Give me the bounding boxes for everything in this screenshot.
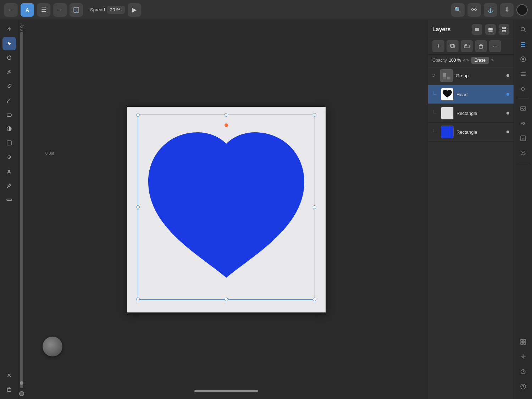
text-tool[interactable]: A: [2, 165, 16, 178]
layer-rect-white-dot: [506, 112, 509, 115]
svg-rect-32: [502, 27, 504, 29]
layers-list-button[interactable]: [485, 24, 496, 35]
svg-point-47: [521, 27, 525, 31]
align-panel-button[interactable]: [516, 67, 530, 81]
delete-layer-button[interactable]: [475, 40, 487, 52]
svg-text:A: A: [522, 137, 524, 140]
layer-rect-blue[interactable]: Rectangle: [428, 123, 514, 142]
search-panel-button[interactable]: [516, 23, 530, 36]
floating-brush-circle[interactable]: [43, 337, 62, 356]
layer-rect-blue-name: Rectangle: [456, 129, 504, 135]
layer-rect-white[interactable]: Rectangle: [428, 104, 514, 123]
svg-rect-45: [443, 77, 446, 79]
shape-tool[interactable]: [2, 136, 16, 150]
layers-grid-button[interactable]: [499, 24, 509, 35]
spread-input[interactable]: [107, 6, 125, 14]
pencil-tool[interactable]: [2, 79, 16, 93]
svg-rect-13: [7, 141, 11, 145]
layer-group-thumb: [440, 69, 453, 82]
pen-tool[interactable]: [2, 65, 16, 79]
vector-tool[interactable]: [2, 51, 16, 65]
opacity-arrows: < >: [463, 58, 469, 63]
svg-point-53: [522, 58, 524, 60]
layers-panel-button[interactable]: [516, 38, 530, 51]
settings-panel-button[interactable]: [516, 146, 530, 160]
more-button[interactable]: ⋯: [53, 3, 67, 17]
select-tool[interactable]: [2, 37, 16, 50]
panel-toolbar: + ⋯: [428, 38, 514, 55]
left-toolbar: A ✕: [0, 20, 18, 399]
panel-title: Layers: [432, 26, 469, 33]
svg-rect-43: [443, 73, 446, 77]
fr-separator1: [518, 99, 528, 99]
play-button[interactable]: ▶: [128, 3, 141, 17]
layers-expand-button[interactable]: [472, 24, 482, 35]
erase-button[interactable]: Erase: [471, 57, 489, 64]
bottom-right-icons: ?: [516, 335, 530, 396]
back-button[interactable]: ←: [4, 3, 18, 17]
select-tool-button[interactable]: [70, 3, 83, 17]
layer-heart-dot: [506, 93, 509, 96]
eraser-tool[interactable]: [2, 108, 16, 121]
stroke-circle[interactable]: [19, 391, 24, 396]
canvas-area[interactable]: 0.0pt: [25, 20, 428, 399]
import-top-button[interactable]: ⇩: [500, 3, 514, 17]
opacity-value[interactable]: 100 %: [449, 58, 461, 63]
svg-point-5: [7, 56, 11, 60]
ruler-tool[interactable]: [2, 193, 16, 206]
svg-rect-49: [521, 42, 525, 43]
color-swatch[interactable]: [516, 4, 528, 16]
app-logo: A: [21, 3, 34, 17]
add-layer-button[interactable]: +: [432, 40, 444, 52]
brush-tool[interactable]: [2, 94, 16, 107]
opacity-row: Opacity 100 % < > Erase >: [428, 55, 514, 66]
layers-panel: Layers + ⋯ Opacity: [428, 20, 514, 399]
layer-group[interactable]: ✓ Group: [428, 66, 514, 85]
image-panel-button[interactable]: [516, 102, 530, 115]
layer-heart-indent: [432, 91, 438, 98]
opacity-decrease[interactable]: <: [463, 58, 466, 63]
svg-rect-46: [447, 77, 450, 79]
svg-rect-31: [488, 31, 493, 32]
layers-list: ✓ Group: [428, 66, 514, 399]
spread-control: Spread: [90, 6, 125, 14]
svg-text:?: ?: [522, 384, 524, 389]
svg-rect-10: [7, 114, 11, 116]
eyedropper-tool[interactable]: [2, 179, 16, 192]
canvas-surface: [127, 107, 326, 312]
svg-rect-30: [488, 29, 493, 30]
fx-panel-button[interactable]: FX: [516, 117, 530, 130]
effects-tool[interactable]: [2, 150, 16, 164]
svg-rect-35: [504, 30, 506, 32]
menu-button[interactable]: ☰: [37, 3, 50, 17]
more-options-button[interactable]: ⋯: [489, 40, 501, 52]
erase-next[interactable]: >: [491, 58, 494, 63]
transform-panel-button[interactable]: [516, 82, 530, 96]
stroke-slider[interactable]: [20, 32, 23, 388]
layer-rect-blue-thumb: [441, 126, 454, 138]
grid-button[interactable]: [516, 335, 530, 349]
help-button[interactable]: ?: [516, 380, 530, 393]
move-tool[interactable]: [2, 23, 16, 36]
stroke-pt-label: 0.0pt: [45, 151, 54, 155]
svg-rect-65: [523, 342, 526, 344]
crosshair-button[interactable]: [516, 350, 530, 364]
history-button[interactable]: [516, 365, 530, 378]
link-top-button[interactable]: ⚓: [484, 3, 497, 17]
export-panel-button[interactable]: A: [516, 132, 530, 145]
color-panel-button[interactable]: [516, 52, 530, 66]
svg-rect-64: [521, 342, 523, 344]
opacity-increase[interactable]: >: [466, 58, 469, 63]
top-bar: ← A ☰ ⋯ Spread ▶ 🔍 👁 ⚓ ⇩: [0, 0, 532, 20]
svg-rect-29: [488, 28, 493, 29]
layer-rect-blue-dot: [506, 131, 509, 133]
eye-top-button[interactable]: 👁: [467, 3, 481, 17]
close-tool[interactable]: ✕: [2, 368, 16, 382]
search-top-button[interactable]: 🔍: [451, 3, 465, 17]
delete-tool[interactable]: [2, 383, 16, 396]
group-layer-button[interactable]: [461, 40, 473, 52]
layer-heart[interactable]: Heart: [428, 85, 514, 104]
duplicate-layer-button[interactable]: [447, 40, 459, 52]
gradient-tool[interactable]: [2, 122, 16, 135]
svg-point-15: [9, 157, 10, 158]
